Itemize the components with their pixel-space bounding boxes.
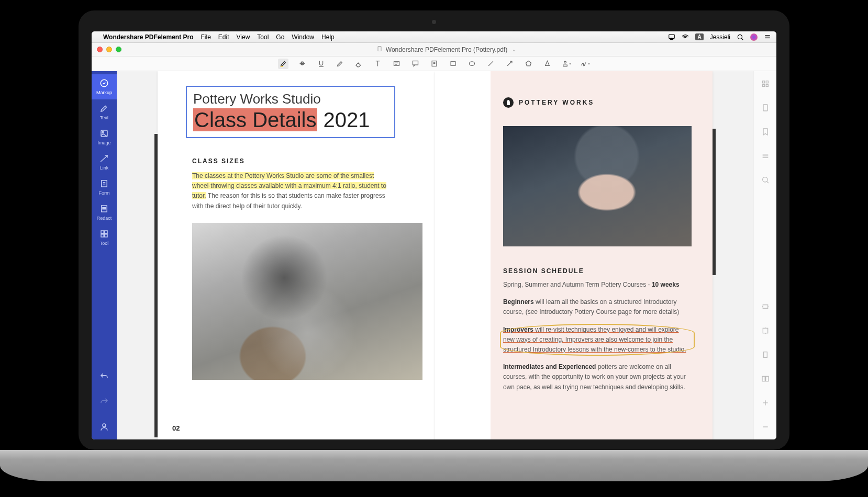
window-minimize-button[interactable] xyxy=(106,47,112,52)
airplay-icon[interactable] xyxy=(668,33,675,41)
svg-rect-13 xyxy=(451,62,455,66)
menu-go[interactable]: Go xyxy=(276,33,284,41)
page-right: POTTERY WORKS SESSION SCHEDULE Spring, S… xyxy=(435,71,713,439)
rectangle-tool[interactable] xyxy=(448,59,458,69)
textbox-tool[interactable] xyxy=(391,59,402,69)
svg-rect-28 xyxy=(101,231,104,233)
chevron-down-icon[interactable]: ⌄ xyxy=(512,47,516,52)
panel-single-page-icon[interactable] xyxy=(760,349,771,360)
title-year: 2021 xyxy=(324,108,370,131)
schedule-pre: Spring, Summer and Autumn Term Pottery C… xyxy=(503,281,652,288)
zoom-in-icon[interactable] xyxy=(760,398,771,408)
following-text: The reason for this is so that students … xyxy=(192,192,385,209)
panel-outline-icon[interactable] xyxy=(760,151,771,161)
control-center-icon[interactable] xyxy=(764,33,771,41)
intermediates-label: Intermediates and Experienced xyxy=(503,363,596,370)
menu-tool[interactable]: Tool xyxy=(257,33,269,41)
svg-rect-31 xyxy=(105,234,107,237)
menu-file[interactable]: File xyxy=(201,33,211,41)
sidebar-item-redact[interactable]: Redact xyxy=(92,200,117,225)
menu-view[interactable]: View xyxy=(237,33,250,41)
page-left: Pottery Works Studio Class Details 2021 … xyxy=(158,71,435,439)
sidebar-undo[interactable] xyxy=(92,364,117,389)
heading-class-sizes: CLASS SIZES xyxy=(192,157,393,165)
signature-tool[interactable]: ▾ xyxy=(580,59,590,69)
polygon-tool[interactable] xyxy=(523,59,533,69)
pencil-tool[interactable] xyxy=(335,59,345,69)
brand-header: POTTERY WORKS xyxy=(503,97,594,108)
menubar-username[interactable]: Jessieli xyxy=(710,33,730,41)
panel-search-icon[interactable] xyxy=(760,175,771,185)
svg-point-32 xyxy=(103,424,106,427)
svg-rect-5 xyxy=(378,47,381,51)
document-canvas[interactable]: Pottery Works Studio Class Details 2021 … xyxy=(117,71,753,439)
svg-point-1 xyxy=(738,35,742,39)
right-sidebar xyxy=(753,71,776,439)
underline-tool[interactable] xyxy=(316,59,326,69)
panel-thumbnails-icon[interactable] xyxy=(760,78,771,89)
sidebar-redo[interactable] xyxy=(92,389,117,414)
panel-fit-width-icon[interactable] xyxy=(760,301,771,312)
brand-icon xyxy=(503,97,514,108)
title-class: Class Details 2021 xyxy=(193,108,388,132)
title-selection-box[interactable]: Pottery Works Studio Class Details 2021 xyxy=(186,86,395,138)
svg-rect-43 xyxy=(763,328,767,333)
text-tool[interactable] xyxy=(372,59,383,69)
window-close-button[interactable] xyxy=(97,47,103,52)
svg-line-15 xyxy=(488,61,493,66)
window-title-text: Wondershare PDFelement Pro (Pottery.pdf) xyxy=(386,46,507,53)
sidebar-item-text[interactable]: Text xyxy=(92,99,117,125)
zoom-out-icon[interactable] xyxy=(760,422,771,432)
oval-tool[interactable] xyxy=(466,59,477,69)
laptop-camera xyxy=(432,20,436,24)
page-decoration-bar xyxy=(154,134,158,437)
svg-rect-8 xyxy=(394,62,399,66)
svg-marker-17 xyxy=(526,61,531,66)
sidebar-item-form[interactable]: Form xyxy=(92,175,117,200)
sidebar-item-image[interactable]: Image xyxy=(92,125,117,150)
panel-two-page-icon[interactable] xyxy=(760,374,771,384)
menubar-app-name[interactable]: Wondershare PDFelement Pro xyxy=(103,33,194,41)
window-zoom-button[interactable] xyxy=(116,47,121,52)
highlighter-tool[interactable] xyxy=(278,59,288,69)
menu-window[interactable]: Window xyxy=(292,33,314,41)
stamp-tool[interactable]: ▾ xyxy=(561,59,571,69)
menu-edit[interactable]: Edit xyxy=(218,33,229,41)
note-tool[interactable] xyxy=(429,59,439,69)
panel-fit-page-icon[interactable] xyxy=(760,325,771,336)
sidebar-item-label: Image xyxy=(97,140,110,145)
wifi-icon[interactable] xyxy=(682,33,689,41)
sidebar-item-link[interactable]: Link xyxy=(92,150,117,175)
sidebar-item-label: Form xyxy=(99,190,110,196)
sidebar-profile[interactable] xyxy=(92,414,117,439)
body-class-sizes: The classes at the Pottery Works Studio … xyxy=(192,171,393,211)
svg-point-14 xyxy=(469,62,474,66)
title-studio: Pottery Works Studio xyxy=(193,91,388,107)
svg-rect-36 xyxy=(766,84,768,86)
svg-point-41 xyxy=(762,177,767,182)
sidebar-item-label: Redact xyxy=(97,216,112,221)
panel-bookmark-icon[interactable] xyxy=(760,127,771,137)
title-highlight: Class Details xyxy=(193,108,317,131)
panel-page-icon[interactable] xyxy=(760,103,771,113)
svg-rect-29 xyxy=(105,231,107,233)
svg-rect-33 xyxy=(762,81,764,83)
menu-help[interactable]: Help xyxy=(321,33,335,41)
annotation-toolbar: S ▾ ▾ xyxy=(92,57,776,71)
siri-icon[interactable] xyxy=(750,33,758,41)
arrow-tool[interactable] xyxy=(504,59,515,69)
improvers-label: Improvers xyxy=(503,326,533,333)
schedule-weeks: 10 weeks xyxy=(652,281,680,288)
strikethrough-tool[interactable]: S xyxy=(297,59,307,69)
sidebar-item-tool[interactable]: Tool xyxy=(92,225,117,250)
macos-menubar: Wondershare PDFelement Pro File Edit Vie… xyxy=(92,31,776,43)
beginners-label: Beginners xyxy=(503,298,534,306)
spotlight-icon[interactable] xyxy=(737,33,744,41)
sidebar-item-markup[interactable]: Markup xyxy=(92,74,117,99)
input-source-badge[interactable]: A xyxy=(695,33,703,40)
callout-tool[interactable] xyxy=(410,59,420,69)
eraser-tool[interactable] xyxy=(353,59,364,69)
cloud-tool[interactable] xyxy=(542,59,552,69)
intermediates-paragraph: Intermediates and Experienced potters ar… xyxy=(503,362,692,392)
line-tool[interactable] xyxy=(485,59,496,69)
